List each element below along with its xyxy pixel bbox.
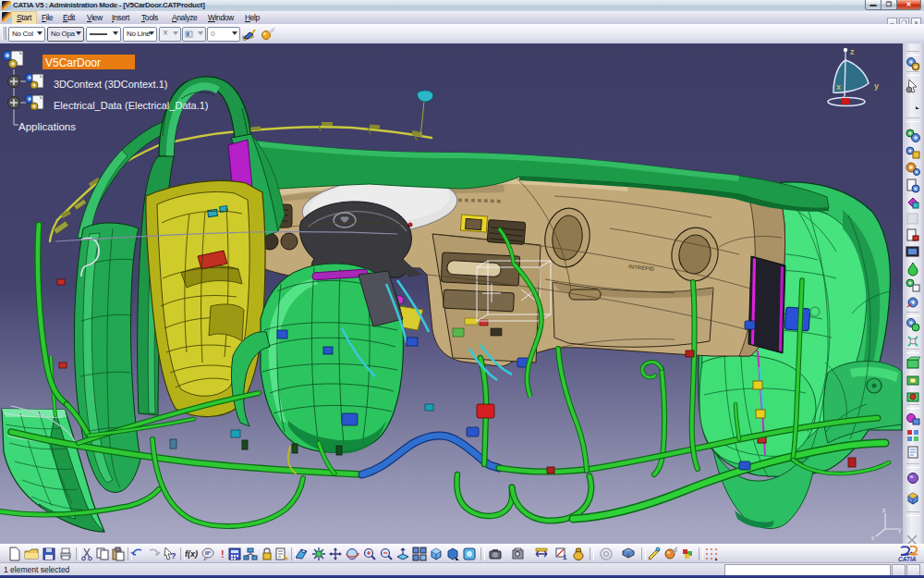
svg-text:1: 1: [563, 553, 567, 561]
svg-text:f(x): f(x): [185, 549, 198, 559]
svg-text:!: !: [221, 548, 225, 560]
svg-text:z: z: [882, 507, 886, 513]
svg-text:Applications: Applications: [18, 121, 76, 132]
svg-text:V5CarDoor: V5CarDoor: [45, 56, 101, 69]
svg-text:z: z: [850, 47, 855, 56]
svg-text:y: y: [898, 526, 902, 534]
svg-text:CATIA: CATIA: [898, 556, 917, 562]
svg-text:?: ?: [171, 551, 176, 560]
svg-text:Electrical_Data (Electrical_Da: Electrical_Data (Electrical_Data.1): [54, 100, 209, 111]
svg-text:y: y: [874, 81, 879, 91]
svg-text:x: x: [871, 535, 875, 541]
svg-text:3DContext (3DContext.1): 3DContext (3DContext.1): [54, 79, 168, 90]
svg-text:x: x: [836, 82, 841, 92]
